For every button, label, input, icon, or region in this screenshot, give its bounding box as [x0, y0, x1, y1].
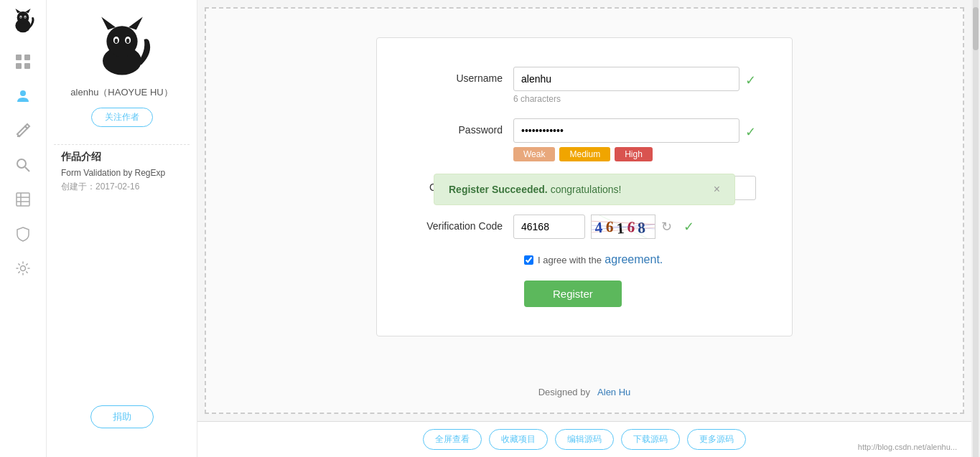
svg-text:6: 6: [605, 218, 615, 236]
fullscreen-button[interactable]: 全屏查看: [423, 429, 482, 450]
scrollbar[interactable]: [971, 0, 980, 457]
verification-row: Verification Code: [413, 215, 756, 239]
password-field-wrapper: Weak Medium High: [513, 118, 739, 161]
verification-controls: 4 6 1 6 8 ↻ ✓: [513, 215, 756, 239]
follow-button[interactable]: 关注作者: [91, 108, 153, 127]
svg-rect-10: [16, 63, 22, 69]
password-check-icon: ✓: [745, 118, 756, 140]
svg-text:4: 4: [594, 219, 605, 237]
agree-text: I agree with the: [538, 255, 602, 265]
username-input[interactable]: [513, 67, 739, 91]
svg-text:1: 1: [616, 220, 626, 237]
refresh-icon[interactable]: ↻: [661, 219, 672, 235]
author-avatar: [90, 14, 154, 79]
sidebar: [0, 0, 47, 457]
demo-container: Username 6 characters ✓ Password Weak Me: [205, 7, 964, 414]
svg-point-14: [17, 159, 26, 168]
user-icon[interactable]: [13, 86, 33, 106]
verification-input[interactable]: [513, 215, 585, 239]
agreement-link[interactable]: agreement.: [605, 253, 663, 266]
svg-rect-8: [16, 55, 22, 60]
svg-text:6: 6: [626, 218, 637, 236]
alert-close-button[interactable]: ×: [714, 183, 720, 196]
search-icon[interactable]: [13, 155, 33, 175]
designed-by-section: Designed by Alen Hu: [524, 385, 645, 398]
weak-button[interactable]: Weak: [513, 147, 555, 161]
cat-logo: [9, 7, 37, 37]
agree-checkbox[interactable]: [524, 255, 533, 265]
scrollbar-track: [973, 0, 979, 457]
designed-by-text: Designed by Alen Hu: [524, 372, 645, 412]
edit-icon[interactable]: [13, 121, 33, 141]
donate-button[interactable]: 捐助: [90, 405, 154, 428]
svg-marker-23: [101, 17, 116, 30]
collect-button[interactable]: 收藏项目: [489, 429, 548, 450]
svg-line-15: [25, 167, 29, 171]
svg-point-1: [17, 11, 29, 24]
url-bar: http://blog.csdn.net/alenhu...: [858, 443, 957, 451]
password-row: Password Weak Medium High ✓: [413, 118, 756, 161]
username-hint: 6 characters: [513, 94, 739, 104]
author-name: alenhu（HAOYUE HU）: [70, 86, 172, 99]
medium-button[interactable]: Medium: [559, 147, 610, 161]
created-date: 创建于：2017-02-16: [54, 181, 139, 193]
svg-text:8: 8: [638, 219, 648, 237]
alert-bold-text: Register Succeeded.: [449, 184, 548, 195]
gear-icon[interactable]: [13, 258, 33, 278]
more-button[interactable]: 更多源码: [687, 429, 746, 450]
svg-point-7: [24, 17, 26, 18]
agree-row: I agree with the agreement.: [413, 253, 756, 266]
scrollbar-thumb[interactable]: [973, 7, 979, 50]
username-field-wrapper: 6 characters: [513, 67, 739, 104]
svg-marker-24: [129, 17, 143, 30]
password-label: Password: [413, 118, 513, 136]
alert-normal-text: congratulations!: [551, 184, 622, 195]
success-alert: Register Succeeded. congratulations! ×: [434, 174, 735, 205]
captcha-image: 4 6 1 6 8: [591, 215, 655, 239]
verification-label: Verification Code: [413, 215, 513, 232]
alert-text: Register Succeeded. congratulations!: [449, 184, 621, 195]
apps-icon[interactable]: [13, 52, 33, 72]
download-button[interactable]: 下载源码: [621, 429, 680, 450]
edit-code-button[interactable]: 编辑源码: [555, 429, 614, 450]
bottom-toolbar: 全屏查看 收藏项目 编辑源码 下载源码 更多源码 http://blog.csd…: [197, 421, 971, 457]
content-area: Username 6 characters ✓ Password Weak Me: [197, 0, 971, 457]
password-strength: Weak Medium High: [513, 147, 739, 161]
svg-point-6: [20, 17, 22, 18]
username-check-icon: ✓: [745, 67, 756, 88]
author-panel: alenhu（HAOYUE HU） 关注作者 作品介绍 Form Validat…: [47, 0, 197, 457]
username-row: Username 6 characters ✓: [413, 67, 756, 104]
high-button[interactable]: High: [615, 147, 653, 161]
project-name: Form Validation by RegExp: [54, 168, 165, 178]
designed-by-label: Designed by: [538, 387, 590, 397]
designed-link[interactable]: Alen Hu: [597, 387, 630, 397]
shield-icon[interactable]: [13, 224, 33, 244]
svg-rect-9: [24, 55, 30, 60]
register-button[interactable]: Register: [524, 281, 622, 307]
svg-point-28: [126, 39, 129, 43]
username-label: Username: [413, 67, 513, 84]
svg-rect-16: [17, 193, 29, 206]
table-icon[interactable]: [13, 189, 33, 209]
svg-point-12: [20, 90, 26, 96]
divider-1: [54, 144, 190, 145]
svg-point-27: [114, 39, 118, 43]
svg-rect-11: [24, 63, 30, 69]
section-title: 作品介绍: [54, 151, 101, 164]
password-input[interactable]: [513, 118, 739, 143]
svg-point-20: [21, 266, 26, 271]
verification-check-icon: ✓: [683, 219, 694, 235]
svg-point-22: [106, 26, 137, 57]
verification-field-wrapper: 4 6 1 6 8 ↻ ✓: [513, 215, 756, 239]
